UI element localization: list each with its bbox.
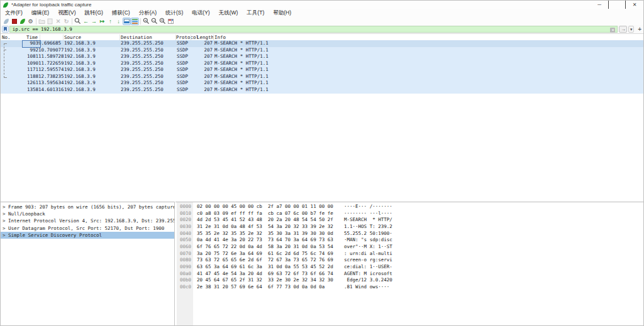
zoom-out-icon[interactable]: − <box>150 18 158 25</box>
hex-offset: 0070 <box>180 251 191 258</box>
hex-row[interactable]: 003031 2e 31 0d 0a 48 4f 53 54 3a 20 32 … <box>175 224 643 231</box>
column-header-protocol[interactable]: Protocol <box>176 35 199 40</box>
stop-capture-icon[interactable] <box>10 18 18 25</box>
detail-line[interactable]: >Frame 903: 207 bytes on wire (1656 bits… <box>1 204 174 210</box>
packet-row[interactable]: 99210.709077192.168.3.9239.255.255.250SS… <box>1 47 643 54</box>
hex-row[interactable]: 009063 65 3a 64 69 61 6c 3a 31 0d 0a 55 … <box>175 264 643 271</box>
hex-row[interactable]: 000002 00 00 00 45 00 00 cb 2f a7 00 00 … <box>175 204 643 210</box>
zoom-reset-icon[interactable]: = <box>158 18 167 25</box>
expand-arrow-icon[interactable]: > <box>3 204 6 210</box>
hex-row[interactable]: 00b020 45 64 67 65 2f 31 32 33 2e 30 2e … <box>175 277 643 284</box>
menu-item[interactable]: 工具(T) <box>242 9 269 17</box>
detail-line[interactable]: >Simple Service Discovery Protocol <box>1 232 174 239</box>
bookmark-icon[interactable] <box>2 26 9 33</box>
expand-arrow-icon[interactable]: > <box>3 225 6 232</box>
column-header-source[interactable]: Source <box>64 35 81 40</box>
apply-filter-icon[interactable]: → <box>619 26 627 33</box>
zoom-in-icon[interactable]: + <box>142 18 150 25</box>
menu-item[interactable]: 统计(S) <box>161 9 187 17</box>
go-first-packet-icon[interactable]: ↑ <box>106 18 114 25</box>
packet-row[interactable]: 108111.589728192.168.3.9239.255.255.250S… <box>1 53 643 60</box>
packet-row[interactable]: 135814.601316192.168.3.9239.255.255.250S… <box>1 87 643 94</box>
hex-row[interactable]: 00703a 20 75 72 6e 3a 64 69 61 6c 2d 6d … <box>175 251 643 258</box>
hex-offset: 0090 <box>180 264 191 271</box>
colorize-icon[interactable] <box>131 18 139 25</box>
close-icon[interactable]: ✕ <box>626 1 643 9</box>
menu-item[interactable]: 编辑(E) <box>27 9 53 17</box>
svg-text:−: − <box>153 18 155 22</box>
column-header-info[interactable]: Info <box>214 35 226 40</box>
hex-row[interactable]: 004035 35 2e 32 35 35 2e 32 35 30 3a 31 … <box>175 231 643 237</box>
packet-row[interactable]: 9039.696685192.168.3.9239.255.255.250SSD… <box>1 40 643 47</box>
menu-item[interactable]: 分析(A) <box>135 9 161 17</box>
column-header-length[interactable]: Length <box>197 35 214 40</box>
close-file-icon[interactable]: ✕ <box>54 18 62 25</box>
display-filter-input[interactable]: ip.src == 192.168.3.9 ✕ <box>9 26 618 33</box>
hex-ascii: Edge/12 3.0.2420 <box>344 277 392 284</box>
cell-no: 903 <box>9 40 38 47</box>
cell-source: 192.168.3.9 <box>64 87 96 94</box>
column-header-no[interactable]: No. <box>2 35 11 40</box>
go-back-icon[interactable]: ← <box>82 18 90 25</box>
go-last-packet-icon[interactable]: ↓ <box>114 18 123 25</box>
menu-item[interactable]: 电话(Y) <box>187 9 214 17</box>
menu-item[interactable]: 无线(W) <box>214 9 243 17</box>
detail-line[interactable]: >Null/Loopback <box>1 210 174 217</box>
packet-row[interactable]: 118812.738235192.168.3.9239.255.255.250S… <box>1 73 643 80</box>
column-separator[interactable] <box>119 35 120 40</box>
expand-arrow-icon[interactable]: > <box>3 232 6 239</box>
start-capture-icon[interactable] <box>2 18 10 25</box>
column-separator[interactable] <box>40 35 40 40</box>
hex-row[interactable]: 00c02e 38 31 20 57 69 6e 64 6f 77 73 0d … <box>175 284 643 291</box>
menu-item[interactable]: 文件(F) <box>1 9 27 17</box>
detail-line[interactable]: >User Datagram Protocol, Src Port: 52170… <box>1 225 174 232</box>
hex-row[interactable]: 0010c0 a8 03 09 ef ff ff fa cb ca 07 6c … <box>175 210 643 217</box>
save-file-icon[interactable] <box>46 18 54 25</box>
resize-columns-icon[interactable] <box>167 18 175 25</box>
minimize-icon[interactable]: ─ <box>591 1 608 9</box>
column-separator[interactable] <box>175 35 176 40</box>
restart-capture-icon[interactable] <box>18 18 26 25</box>
chevron-down-icon[interactable]: ▼ <box>628 26 634 33</box>
cell-protocol: SSDP <box>177 60 188 67</box>
column-header-destination[interactable]: Destination <box>121 35 152 40</box>
detail-line[interactable]: >Internet Protocol Version 4, Src: 192.1… <box>1 217 174 224</box>
packet-row[interactable]: 126113.595634192.168.3.9239.255.255.250S… <box>1 80 643 87</box>
menu-item[interactable]: 帮助(H) <box>269 9 296 17</box>
column-header-time[interactable]: Time <box>26 35 38 40</box>
column-separator[interactable] <box>213 35 214 40</box>
cell-info: M-SEARCH * HTTP/1.1 <box>214 47 269 54</box>
hex-ascii: 1.1··HOS T: 239.2 <box>344 224 392 231</box>
hex-bytes: 63 65 3a 64 69 61 6c 3a 31 0d 0a 55 53 4… <box>197 264 333 271</box>
hex-row[interactable]: 00606f 76 65 72 22 0d 0a 4d 58 3a 20 31 … <box>175 244 643 251</box>
toolbar-separator <box>36 18 36 24</box>
column-separator[interactable] <box>63 35 64 40</box>
column-separator[interactable] <box>191 35 191 40</box>
hex-bytes: 35 35 2e 32 35 35 2e 32 35 30 3a 31 39 3… <box>197 231 333 237</box>
hex-offset: 00b0 <box>180 277 191 284</box>
hex-row[interactable]: 00500a 4d 41 4e 3a 20 22 73 73 64 70 3a … <box>175 237 643 244</box>
capture-options-icon[interactable]: ⚙ <box>26 18 35 25</box>
find-packet-icon[interactable] <box>74 18 82 25</box>
cell-time: 13.595634 <box>38 80 64 87</box>
open-file-icon[interactable] <box>38 18 46 25</box>
expand-arrow-icon[interactable]: > <box>3 217 6 224</box>
hex-row[interactable]: 008073 63 72 65 65 6e 2d 6f 72 67 3a 73 … <box>175 257 643 264</box>
svg-text:+: + <box>145 18 147 22</box>
menu-item[interactable]: 跳转(G) <box>80 9 108 17</box>
hex-row[interactable]: 00a041 47 45 4e 54 3a 20 4d 69 63 72 6f … <box>175 271 643 278</box>
clear-filter-icon[interactable]: ✕ <box>610 28 615 33</box>
hex-ascii: .81 Wind ows···· <box>344 284 389 291</box>
add-filter-button[interactable]: + <box>636 26 643 33</box>
expand-arrow-icon[interactable]: > <box>3 210 6 217</box>
hex-row[interactable]: 00204d 2d 53 45 41 52 43 48 20 2a 20 48 … <box>175 217 643 224</box>
packet-row[interactable]: 109011.722659192.168.3.9239.255.255.250S… <box>1 60 643 67</box>
auto-scroll-icon[interactable] <box>123 18 131 25</box>
menu-item[interactable]: 视图(V) <box>53 9 80 17</box>
menu-item[interactable]: 捕获(C) <box>108 9 135 17</box>
go-forward-icon[interactable]: → <box>90 18 98 25</box>
packet-row[interactable]: 117112.595574192.168.3.9239.255.255.250S… <box>1 67 643 73</box>
reload-icon[interactable]: ↻ <box>62 18 70 25</box>
maximize-icon[interactable] <box>608 1 626 9</box>
go-to-packet-icon[interactable]: ↦ <box>98 18 106 25</box>
